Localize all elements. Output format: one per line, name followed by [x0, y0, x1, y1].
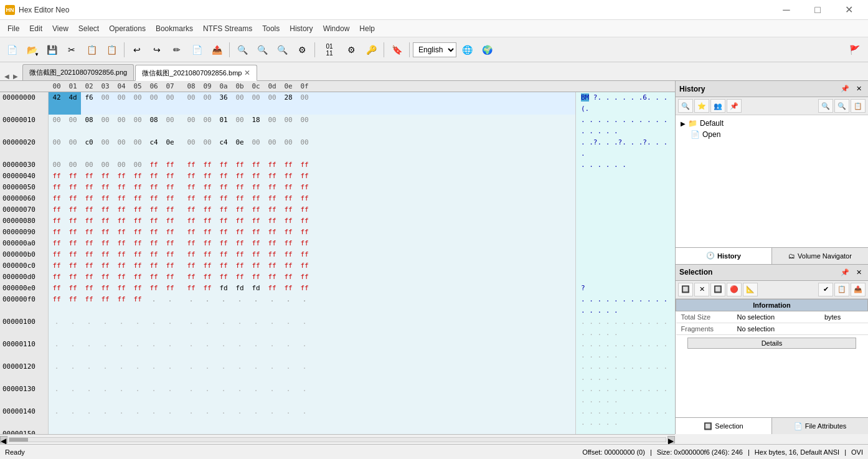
hex-cell[interactable]: ff	[296, 215, 313, 227]
menu-view[interactable]: View	[47, 22, 73, 35]
hex-cell[interactable]: ff	[130, 260, 146, 272]
hex-cell[interactable]: ff	[162, 159, 178, 171]
hex-cell[interactable]: ff	[248, 159, 264, 171]
table-row[interactable]: 000000e0 ff ff ff ff ff ff ff ff ff ff f…	[0, 283, 675, 294]
hex-cell[interactable]: 00	[248, 137, 264, 159]
hex-cell[interactable]: 00	[130, 137, 146, 159]
table-row[interactable]: 00000030 00 00 00 00 00 00 ff ff ff ff f…	[0, 159, 675, 171]
hex-cell[interactable]: ff	[296, 159, 313, 171]
toolbar-edit[interactable]: ✏	[167, 40, 186, 59]
hex-cell[interactable]: .	[65, 316, 81, 339]
tab-selection[interactable]: 🔲 Selection	[676, 418, 772, 434]
hex-cell[interactable]: .	[146, 361, 162, 384]
hex-cell[interactable]: .	[130, 339, 146, 361]
table-row[interactable]: 000000c0ffffffffffffffffffffffffffffffff	[0, 260, 675, 272]
table-row[interactable]: 00000130. . . . . . . . . . . . . . . . …	[0, 384, 675, 406]
hex-cell[interactable]: ff	[264, 249, 280, 260]
history-btn5[interactable]: 🔍	[818, 99, 833, 113]
hex-cell[interactable]: .	[65, 384, 81, 406]
hex-cell[interactable]: 00	[113, 137, 130, 159]
hex-cell[interactable]: ff	[146, 182, 162, 193]
hex-cell[interactable]: ff	[113, 272, 130, 283]
hex-cell[interactable]: ff	[65, 171, 81, 182]
hex-cell[interactable]: ff	[65, 260, 81, 272]
hex-cell[interactable]: .	[248, 406, 264, 428]
hex-cell[interactable]: .	[296, 384, 313, 406]
hex-cell[interactable]: .	[65, 339, 81, 361]
table-row[interactable]: 00000050ffffffffffffffffffffffffffffffff	[0, 182, 675, 193]
hex-cell[interactable]: .	[215, 294, 232, 316]
hex-cell[interactable]: 00	[199, 115, 215, 137]
hex-cell[interactable]: .	[232, 316, 248, 339]
hex-cell[interactable]: .	[232, 339, 248, 361]
hex-cell[interactable]: ff	[130, 227, 146, 238]
hex-cell[interactable]: ff	[199, 159, 215, 171]
hex-cell[interactable]: .	[215, 406, 232, 428]
hex-cell[interactable]: ff	[97, 249, 113, 260]
hex-cell[interactable]: .	[65, 406, 81, 428]
hex-cell[interactable]: .	[65, 428, 81, 434]
hex-cell[interactable]: ff	[49, 272, 65, 283]
hex-cell[interactable]: 00	[97, 115, 113, 137]
hex-cell[interactable]: ff	[162, 182, 178, 193]
hex-cell[interactable]: ff	[130, 249, 146, 260]
hex-cell[interactable]: ff	[199, 182, 215, 193]
hex-cell[interactable]: ff	[264, 272, 280, 283]
hex-cell[interactable]: ff	[248, 193, 264, 204]
hex-cell[interactable]: .	[280, 384, 296, 406]
hex-cell[interactable]: 00	[81, 159, 97, 171]
hex-cell[interactable]: .	[113, 316, 130, 339]
hex-cell[interactable]: ff	[130, 193, 146, 204]
hex-cell[interactable]: .	[97, 384, 113, 406]
table-row[interactable]: 00000070ffffffffffffffffffffffffffffffff	[0, 204, 675, 215]
hex-cell[interactable]: f6	[81, 92, 97, 115]
hex-cell[interactable]: ff	[199, 193, 215, 204]
hex-cell[interactable]: ff	[49, 227, 65, 238]
hex-cell[interactable]: .	[264, 384, 280, 406]
hex-cell[interactable]: ff	[280, 260, 296, 272]
hex-cell[interactable]: ff	[65, 182, 81, 193]
hex-cell[interactable]: 00	[232, 92, 248, 115]
hex-cell[interactable]: 00	[296, 115, 313, 137]
hex-cell[interactable]: ff	[97, 238, 113, 249]
hex-cell[interactable]: ff	[65, 272, 81, 283]
hex-cell[interactable]: 00	[49, 137, 65, 159]
menu-edit[interactable]: Edit	[24, 22, 47, 35]
history-btn2[interactable]: ⭐	[694, 99, 709, 113]
history-group-header[interactable]: ▶ 📁 Default	[681, 118, 866, 129]
menu-history[interactable]: History	[285, 22, 318, 35]
hex-cell[interactable]: ff	[113, 171, 130, 182]
hex-cell[interactable]: ff	[183, 227, 199, 238]
menu-select[interactable]: Select	[73, 22, 104, 35]
hex-cell[interactable]: c4	[146, 137, 162, 159]
hex-cell[interactable]: .	[113, 428, 130, 434]
table-row[interactable]: 000000d0ffffffffffffffffffffffffffffffff	[0, 272, 675, 283]
hex-cell[interactable]: ff	[130, 283, 146, 294]
hex-cell[interactable]: .	[162, 316, 178, 339]
tab-bmp[interactable]: 微信截图_20210807092856.bmp ✕	[135, 65, 257, 81]
hex-cell[interactable]: 00	[199, 92, 215, 115]
hex-cell[interactable]: ff	[49, 283, 65, 294]
hex-cell[interactable]: ff	[232, 272, 248, 283]
hex-cell[interactable]: ff	[49, 249, 65, 260]
hex-cell[interactable]: .	[81, 384, 97, 406]
hex-cell[interactable]: .	[49, 384, 65, 406]
hex-cell[interactable]: ff	[113, 215, 130, 227]
menu-operations[interactable]: Operations	[104, 22, 151, 35]
hex-cell[interactable]: ff	[264, 215, 280, 227]
hex-cell[interactable]: 00	[264, 92, 280, 115]
hex-cell[interactable]: ff	[81, 193, 97, 204]
hex-cell[interactable]: ff	[183, 238, 199, 249]
hex-cell[interactable]: .	[81, 316, 97, 339]
hex-cell[interactable]: .	[264, 316, 280, 339]
hex-cell[interactable]: 00	[264, 137, 280, 159]
hex-cell[interactable]: ff	[183, 272, 199, 283]
hex-cell[interactable]: 0e	[162, 137, 178, 159]
hex-cell[interactable]: 00	[113, 92, 130, 115]
hex-cell[interactable]: ff	[146, 204, 162, 215]
hex-cell[interactable]: .	[264, 428, 280, 434]
hex-cell[interactable]: ff	[232, 182, 248, 193]
selection-close[interactable]: ✕	[853, 267, 864, 278]
hex-cell[interactable]: ff	[146, 249, 162, 260]
hex-cell[interactable]: ff	[248, 171, 264, 182]
